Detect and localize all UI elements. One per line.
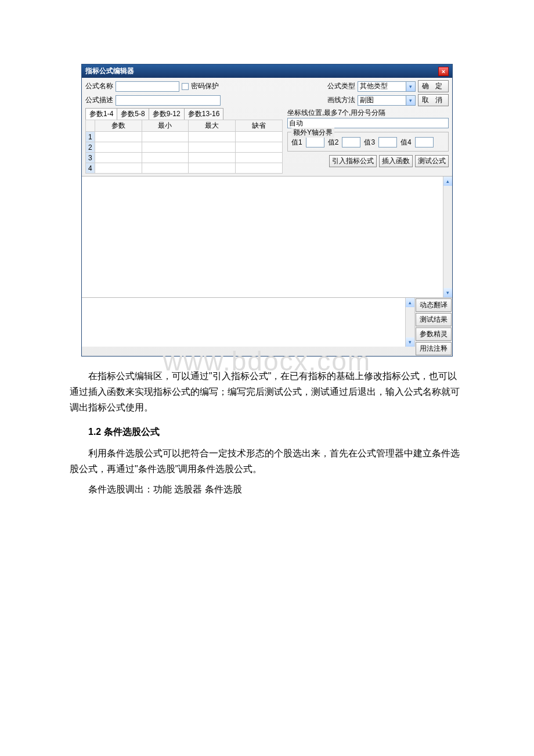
section-heading: 1.2 条件选股公式	[70, 424, 464, 440]
scrollbar-vertical[interactable]: ▴ ▾	[405, 298, 414, 347]
debug-output-pane: ▴ ▾	[82, 298, 415, 347]
paragraph: 利用条件选股公式可以把符合一定技术形态的个股选出来，首先在公式管理器中建立条件选…	[70, 445, 464, 477]
col-param: 参数	[95, 120, 142, 132]
article-body: 在指标公式编辑区，可以通过"引入指标公式"，在已有指标的基础上修改指标公式，也可…	[70, 368, 464, 497]
val1-input[interactable]	[306, 137, 324, 147]
val3-label: 值3	[364, 138, 375, 147]
table-row[interactable]: 3	[86, 153, 283, 163]
cancel-button[interactable]: 取 消	[418, 94, 449, 106]
tab-params-9-12[interactable]: 参数9-12	[149, 108, 185, 120]
window-title: 指标公式编辑器	[85, 66, 134, 76]
paragraph: 条件选股调出：功能 选股器 条件选股	[70, 481, 464, 497]
tab-params-1-4[interactable]: 参数1-4	[85, 108, 117, 120]
y-axis-legend: 额外Y轴分界	[291, 128, 334, 138]
param-wizard-button[interactable]: 参数精灵	[416, 327, 452, 341]
val3-input[interactable]	[378, 137, 397, 147]
scroll-up-icon[interactable]: ▴	[443, 177, 452, 186]
formula-desc-input[interactable]	[116, 95, 221, 106]
draw-method-label: 画线方法	[327, 95, 355, 105]
formula-name-label: 公式名称	[85, 81, 113, 91]
formula-type-value: 其他类型	[360, 81, 388, 91]
table-row[interactable]: 4	[86, 163, 283, 174]
formula-editor-textarea[interactable]: ▴ ▾	[82, 176, 452, 298]
coord-input[interactable]	[287, 118, 449, 128]
tab-params-13-16[interactable]: 参数13-16	[184, 108, 224, 120]
insert-func-button[interactable]: 插入函数	[379, 155, 413, 167]
chevron-down-icon: ▾	[406, 82, 415, 91]
y-axis-group: 额外Y轴分界 值1 值2 值3 值4	[287, 132, 449, 152]
table-row[interactable]: 1	[86, 132, 283, 142]
col-default: 缺省	[236, 120, 283, 132]
table-row[interactable]: 2	[86, 142, 283, 153]
draw-method-value: 副图	[360, 95, 374, 105]
formula-type-select[interactable]: 其他类型 ▾	[358, 81, 416, 92]
val4-label: 值4	[400, 138, 412, 147]
close-icon[interactable]: ×	[438, 67, 449, 76]
dynamic-translate-button[interactable]: 动态翻译	[416, 298, 452, 312]
val2-input[interactable]	[342, 137, 360, 147]
formula-editor-window: 指标公式编辑器 × 公式名称 密码保护 公式类型 其他类型 ▾ 确 定 公式描述…	[81, 64, 453, 357]
val1-label: 值1	[291, 138, 302, 147]
titlebar: 指标公式编辑器 ×	[82, 64, 452, 78]
ok-button[interactable]: 确 定	[418, 80, 449, 92]
col-max: 最大	[189, 120, 236, 132]
paragraph: 在指标公式编辑区，可以通过"引入指标公式"，在已有指标的基础上修改指标公式，也可…	[70, 368, 464, 416]
col-min: 最小	[142, 120, 189, 132]
tab-params-5-8[interactable]: 参数5-8	[117, 108, 149, 120]
password-protect-label: 密码保护	[191, 81, 219, 91]
scroll-down-icon[interactable]: ▾	[443, 288, 452, 297]
test-result-button[interactable]: 测试结果	[416, 313, 452, 326]
val4-input[interactable]	[415, 137, 434, 147]
draw-method-select[interactable]: 副图 ▾	[358, 95, 416, 106]
scrollbar-vertical[interactable]: ▴ ▾	[443, 177, 452, 297]
formula-desc-label: 公式描述	[85, 95, 113, 105]
coord-label: 坐标线位置,最多7个,用分号分隔	[287, 108, 449, 118]
params-area: 参数1-4 参数5-8 参数9-12 参数13-16 参数 最小 最大 缺省 1…	[85, 108, 283, 174]
formula-type-label: 公式类型	[327, 81, 355, 91]
param-table: 参数 最小 最大 缺省 1 2 3 4	[85, 120, 283, 174]
test-formula-button[interactable]: 测试公式	[415, 155, 449, 167]
import-formula-button[interactable]: 引入指标公式	[329, 155, 377, 167]
formula-name-input[interactable]	[116, 81, 179, 92]
chevron-down-icon: ▾	[406, 96, 415, 105]
scroll-up-icon[interactable]: ▴	[406, 298, 414, 307]
val2-label: 值2	[328, 138, 339, 147]
password-protect-checkbox[interactable]	[182, 83, 189, 90]
